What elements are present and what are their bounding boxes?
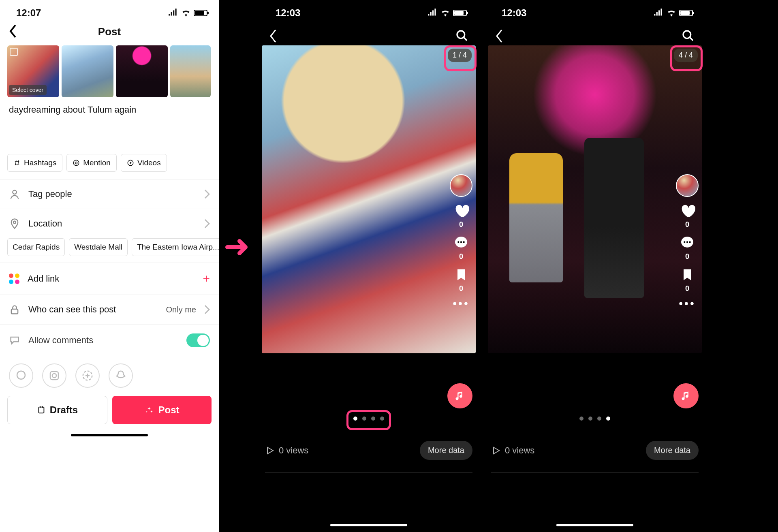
home-indicator	[330, 524, 407, 526]
chat-bubble-icon	[15, 370, 27, 382]
location-row[interactable]: Location	[0, 209, 219, 238]
share-snapchat-button[interactable]	[109, 363, 133, 388]
comment-button[interactable]: 0	[453, 235, 469, 261]
location-chip[interactable]: Westdale Mall	[69, 238, 128, 256]
share-row	[0, 356, 219, 391]
svg-point-19	[686, 241, 688, 243]
more-data-button[interactable]: More data	[420, 441, 472, 460]
back-button[interactable]	[269, 29, 277, 43]
highlight-pager	[346, 410, 391, 430]
comment-count: 0	[685, 252, 689, 261]
cellular-icon	[168, 8, 178, 18]
home-indicator	[71, 434, 148, 436]
divider	[491, 472, 699, 473]
share-instagram-button[interactable]	[42, 363, 66, 388]
at-icon	[73, 159, 80, 167]
avatar[interactable]	[450, 174, 472, 197]
svg-point-3	[13, 190, 16, 194]
cover-thumb[interactable]	[170, 45, 211, 97]
comment-icon	[453, 235, 469, 251]
chip-label: Mention	[83, 158, 111, 167]
play-outline-icon	[265, 446, 275, 455]
location-chip[interactable]: Cedar Rapids	[7, 238, 65, 256]
cover-thumb[interactable]	[116, 45, 168, 97]
more-actions-button[interactable]: •••	[679, 297, 695, 310]
drafts-icon	[37, 406, 46, 414]
back-button[interactable]	[9, 24, 17, 40]
viewer-nav	[259, 29, 478, 43]
chevron-right-icon	[204, 305, 210, 314]
post-button[interactable]: Post	[112, 396, 212, 424]
more-data-button[interactable]: More data	[646, 441, 699, 460]
svg-point-0	[74, 160, 79, 166]
caption-input[interactable]: daydreaming about Tulum again	[0, 97, 219, 154]
status-bar: 12:07	[0, 0, 219, 21]
videos-chip[interactable]: Videos	[121, 154, 167, 172]
music-fab[interactable]	[447, 383, 472, 408]
chevron-right-icon	[204, 189, 210, 199]
heart-icon	[453, 203, 469, 219]
clock: 12:03	[502, 7, 526, 19]
location-suggestions: Cedar Rapids Westdale Mall The Eastern I…	[0, 238, 219, 263]
carousel-pager	[579, 417, 610, 421]
search-button[interactable]	[455, 29, 468, 42]
like-button[interactable]: 0	[453, 203, 469, 229]
play-icon	[127, 159, 134, 167]
bookmark-button[interactable]: 0	[680, 267, 695, 293]
svg-point-8	[52, 374, 56, 378]
viewer-screen-1: 12:03 1 / 4 0 0 0 •••	[259, 0, 478, 532]
share-message-button[interactable]	[9, 363, 33, 388]
back-button[interactable]	[495, 29, 503, 43]
wifi-icon	[666, 8, 677, 18]
carousel-image[interactable]: 4 / 4	[488, 45, 702, 353]
row-label: Who can see this post	[28, 304, 158, 315]
bookmark-count: 0	[459, 284, 463, 293]
bookmark-button[interactable]: 0	[454, 267, 468, 293]
like-count: 0	[685, 220, 689, 229]
views-bar: 0 views More data	[265, 441, 472, 460]
svg-rect-10	[38, 407, 44, 413]
privacy-row[interactable]: Who can see this post Only me	[0, 295, 219, 324]
cover-thumb[interactable]: Select cover	[7, 45, 59, 97]
cover-thumb[interactable]	[62, 45, 113, 97]
select-cover-button[interactable]: Select cover	[9, 85, 47, 95]
svg-rect-7	[50, 372, 58, 380]
cellular-icon	[427, 8, 438, 18]
comment-icon	[679, 235, 695, 251]
status-bar: 12:03	[259, 0, 478, 21]
search-button[interactable]	[682, 29, 695, 42]
hashtag-chip[interactable]: Hashtags	[7, 154, 62, 172]
like-button[interactable]: 0	[679, 203, 695, 229]
post-compose-screen: 12:07 Post Select cover daydreaming abou…	[0, 0, 219, 532]
comments-toggle[interactable]	[186, 333, 210, 347]
side-actions: 0 0 0 •••	[676, 174, 699, 310]
privacy-value: Only me	[166, 305, 196, 314]
row-label: Tag people	[28, 189, 196, 199]
comment-count: 0	[459, 252, 463, 261]
more-actions-button[interactable]: •••	[453, 297, 469, 310]
lock-icon	[9, 304, 20, 315]
links-icon	[9, 273, 19, 284]
button-label: Drafts	[50, 404, 78, 416]
wifi-icon	[440, 8, 451, 18]
status-bar: 12:03	[485, 0, 704, 21]
drafts-button[interactable]: Drafts	[7, 396, 107, 424]
comment-button[interactable]: 0	[679, 235, 695, 261]
bookmark-icon	[680, 267, 695, 283]
carousel-image[interactable]: 1 / 4	[262, 45, 476, 353]
mention-chip[interactable]: Mention	[66, 154, 117, 172]
music-fab[interactable]	[673, 383, 699, 408]
clock: 12:07	[16, 7, 41, 19]
plus-icon: +	[203, 272, 210, 286]
location-chip[interactable]: The Eastern Iowa Airp...	[132, 238, 219, 256]
heart-icon	[679, 203, 695, 219]
chevron-right-icon	[204, 219, 210, 229]
battery-icon	[194, 10, 207, 16]
sparkle-icon	[144, 405, 154, 415]
allow-comments-row[interactable]: Allow comments	[0, 325, 219, 356]
avatar[interactable]	[676, 174, 699, 197]
tag-people-row[interactable]: Tag people	[0, 179, 219, 209]
add-link-row[interactable]: Add link +	[0, 263, 219, 295]
share-story-button[interactable]	[75, 363, 100, 388]
compose-chips: Hashtags Mention Videos	[0, 154, 219, 179]
